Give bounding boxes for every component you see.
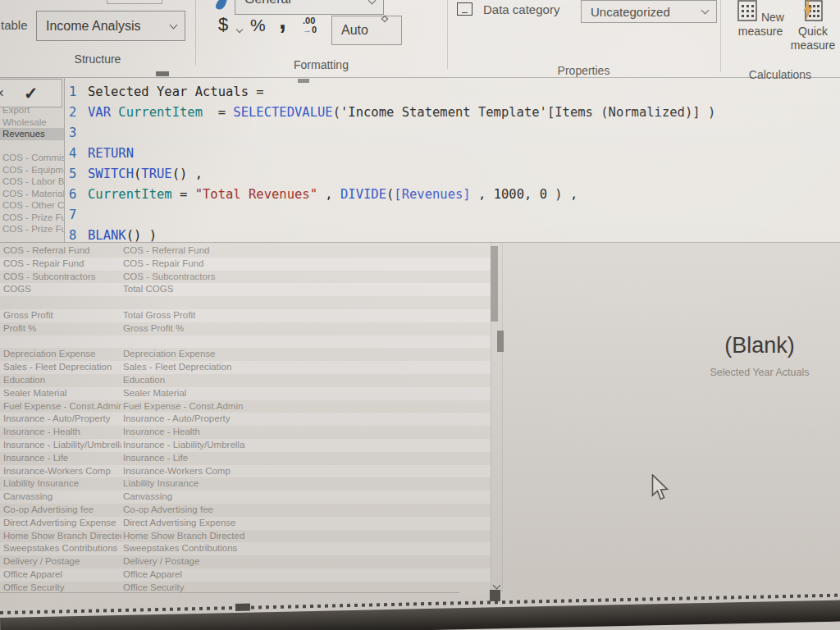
group-label-structure: Structure [0, 52, 195, 66]
table-cell-items-normalized: COS - Subcontractors [123, 271, 262, 284]
table-row[interactable]: Delivery / PostageDelivery / Postage [0, 555, 491, 568]
table-row[interactable]: Insurance - Auto/PropertyInsurance - Aut… [0, 413, 491, 426]
new-measure-button[interactable]: New measure [735, 0, 786, 39]
home-table-dropdown[interactable]: Income Analysis [36, 11, 185, 41]
table-row[interactable]: Insurance - LifeInsurance - Life [0, 452, 491, 465]
table-row[interactable]: COS - Referral FundCOS - Referral Fund [0, 244, 491, 258]
table-cell-items: Co-op Advertising fee [3, 504, 121, 517]
list-item[interactable]: COS - Materials [0, 188, 64, 200]
currency-format-button[interactable]: $ [218, 14, 228, 35]
table-row[interactable]: Sales - Fleet DepreciationSales - Fleet … [0, 361, 491, 374]
list-item[interactable]: Wholesale [0, 116, 64, 129]
table-row[interactable]: CanvassingCanvassing [0, 491, 491, 504]
table-cell-items-normalized: Total COGS [123, 283, 262, 296]
new-measure-icon [737, 11, 761, 24]
table-cell-items: Insurance - Liability/Umbrella [3, 439, 121, 452]
table-row[interactable]: Insurance - Liability/UmbrellaInsurance … [0, 439, 491, 452]
formula-commit-bar: × ✓ [0, 79, 62, 107]
table-row[interactable]: COS - Repair FundCOS - Repair Fund [0, 258, 491, 271]
list-item[interactable]: COS - Prize Fund [0, 223, 64, 235]
table-row[interactable]: Liability InsuranceLiability Insurance [0, 477, 491, 491]
table-cell-items: Insurance-Workers Comp [3, 465, 121, 478]
table-name-label: table [1, 18, 28, 32]
table-cell-items: Sales - Fleet Depreciation [3, 361, 121, 374]
table-cell-items: COS - Referral Fund [3, 244, 121, 258]
line-number: 4 [69, 144, 85, 164]
list-item[interactable]: COS - Prize Fund [0, 212, 64, 224]
table-row[interactable]: Home Show Branch DirectedHome Show Branc… [0, 530, 491, 543]
divider [447, 0, 448, 69]
thousands-separator-button[interactable]: , [279, 5, 286, 35]
data-category-dropdown[interactable]: Uncategorized [581, 0, 717, 23]
table-row[interactable]: Insurance - HealthInsurance - Health [0, 426, 491, 439]
decimal-places-value: Auto [341, 23, 368, 38]
table-row[interactable]: Fuel Expense - Const.AdminFuel Expense -… [0, 400, 491, 413]
table-row[interactable]: Sealer MaterialSealer Material [0, 387, 491, 400]
list-item[interactable]: COS - Commissio [0, 152, 64, 164]
scrollbar-foot [490, 590, 500, 601]
card-visual-caption: Selected Year Actuals [678, 367, 840, 378]
table-row[interactable]: Gross ProfitTotal Gross Profit [0, 309, 491, 322]
table-row[interactable]: COGSTotal COGS [0, 283, 491, 296]
table-cell-items: Gross Profit [3, 309, 121, 322]
checkmark-icon[interactable]: ✓ [24, 84, 39, 103]
table-cell-items-normalized: COS - Repair Fund [123, 258, 262, 271]
table-cell-items-normalized: Education [123, 374, 262, 387]
table-row[interactable]: Profit %Gross Profit % [0, 322, 491, 336]
table-cell-items-normalized: COS - Referral Fund [123, 244, 262, 258]
format-dropdown[interactable]: General [235, 0, 384, 15]
table-cell-items: Profit % [3, 322, 121, 336]
percent-format-button[interactable]: % [250, 16, 266, 35]
format-painter-icon [215, 0, 227, 11]
group-label-calculations: Calculations [720, 68, 840, 81]
chevron-down-icon [701, 7, 710, 15]
line-number: 3 [69, 123, 85, 144]
table-cell-items: Sealer Material [3, 387, 121, 400]
line-number: 6 [69, 185, 85, 205]
table-row[interactable]: Sweepstakes ContributionsSweepstakes Con… [0, 542, 491, 555]
card-visual-value[interactable]: (Blank) [686, 333, 833, 358]
table-row[interactable] [0, 296, 491, 309]
editor-scrollbar-thumb[interactable] [298, 79, 309, 83]
table-cell-items-normalized: Direct Advertising Expense [123, 517, 262, 530]
table-row[interactable]: Office ApparelOffice Apparel [0, 568, 491, 582]
table-cell-items: Depreciation Expense [3, 348, 121, 361]
chevron-down-icon [368, 0, 377, 4]
table-row[interactable]: Depreciation ExpenseDepreciation Expense [0, 348, 491, 361]
cancel-icon[interactable]: × [0, 85, 4, 102]
scrollbar-thumb[interactable] [497, 331, 504, 352]
table-cell-items: Office Apparel [3, 568, 121, 582]
list-item[interactable] [0, 140, 64, 153]
line-number: 1 [69, 82, 85, 103]
group-label-formatting: Formatting [195, 58, 447, 71]
table-row[interactable]: COS - SubcontractorsCOS - Subcontractors [0, 271, 491, 284]
table-cell-items: Insurance - Auto/Property [3, 413, 121, 426]
data-category-value: Uncategorized [591, 5, 670, 19]
table-row[interactable]: Co-op Advertising feeCo-op Advertising f… [0, 504, 491, 517]
chevron-down-icon [170, 21, 178, 29]
table-cell-items: Insurance - Health [3, 426, 121, 439]
resize-handle[interactable] [235, 604, 250, 611]
table-cell-items-normalized: Insurance - Life [123, 452, 262, 465]
table-cell-items: Insurance - Life [3, 452, 121, 465]
table-cell-items-normalized: Delivery / Postage [123, 555, 262, 568]
list-item[interactable]: COS - Other Cost [0, 199, 64, 212]
decimal-places-icon[interactable]: .00 →0 [303, 16, 317, 34]
table-row[interactable]: Insurance-Workers CompInsurance-Workers … [0, 465, 491, 478]
quick-measure-button[interactable]: Quick measure [788, 0, 838, 52]
table-cell-items: Fuel Expense - Const.Admin [3, 400, 121, 413]
list-item[interactable]: COS - Labor Burd [0, 176, 64, 188]
table-row[interactable]: EducationEducation [0, 374, 491, 387]
table-row[interactable]: Direct Advertising ExpenseDirect Adverti… [0, 517, 491, 530]
grip-handle[interactable] [156, 71, 169, 76]
scrollbar-thumb[interactable] [491, 246, 498, 322]
chevron-down-icon[interactable] [236, 26, 243, 33]
line-number: 8 [69, 226, 85, 246]
table-row[interactable] [0, 336, 491, 349]
table-cell-items-normalized: Insurance - Liability/Umbrella [123, 439, 262, 452]
dax-formula-editor[interactable]: 1Selected Year Actuals =2VAR CurrentItem… [64, 78, 840, 242]
line-number: 5 [69, 164, 85, 185]
list-item[interactable]: COS - Equipment [0, 164, 64, 176]
list-item[interactable]: Revenues [0, 128, 64, 140]
decimal-places-stepper[interactable]: Auto [331, 16, 402, 45]
